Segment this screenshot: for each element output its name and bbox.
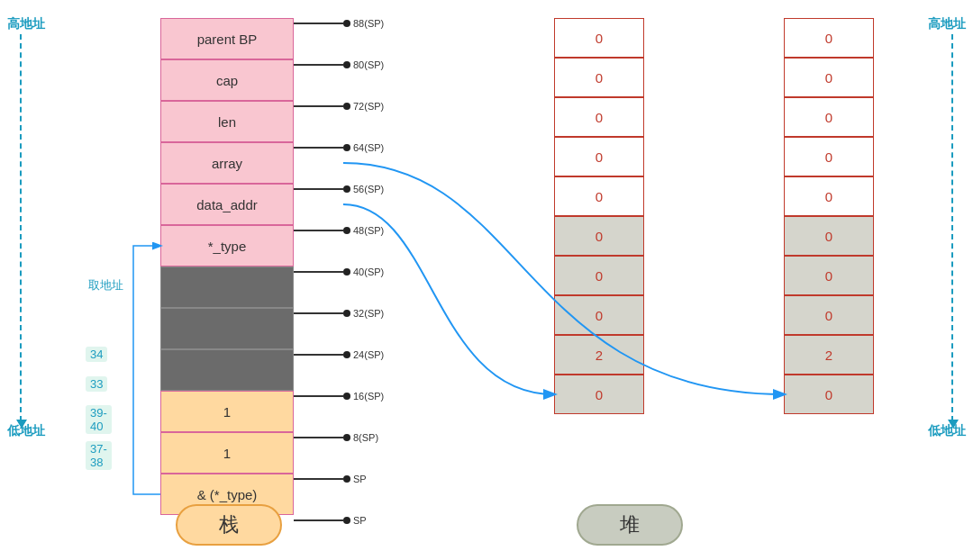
line-label-1: 33 (86, 376, 107, 392)
stack-cell-1: cap (160, 59, 294, 101)
heap-right-cell-0: 0 (784, 18, 874, 58)
stack-cell-5: *_type (160, 225, 294, 266)
heap-left-cell-5: 0 (554, 216, 644, 256)
heap-left-cell-6: 0 (554, 256, 644, 295)
heap-left-cell-8: 2 (554, 335, 644, 375)
stack-cell-6 (160, 266, 294, 308)
stack-cell-8 (160, 349, 294, 391)
heap-left-cell-3: 0 (554, 137, 644, 176)
heap-left-cell-2: 0 (554, 97, 644, 137)
heap-right-cell-3: 0 (784, 137, 874, 176)
sp-label-bottom: SP (294, 515, 367, 526)
stack-block: parent BPcaplenarraydata_addr*_type11& (… (160, 18, 294, 515)
sp-label-3: 64(SP) (294, 142, 384, 153)
heap-right-cell-7: 0 (784, 295, 874, 335)
heap-left-cell-7: 0 (554, 295, 644, 335)
heap-left-cell-0: 0 (554, 18, 644, 58)
heap-left-cell-4: 0 (554, 176, 644, 216)
sp-label-10: 8(SP) (294, 432, 378, 443)
qudizhii-label: 取地址 (88, 277, 123, 294)
heap-right-cell-5: 0 (784, 216, 874, 256)
stack-cell-2: len (160, 101, 294, 142)
dashed-arrow-left (20, 34, 22, 421)
stack-cell-9: 1 (160, 391, 294, 432)
sp-label-6: 40(SP) (294, 266, 384, 277)
sp-label-0: 88(SP) (294, 18, 384, 29)
sp-label-4: 56(SP) (294, 184, 384, 194)
addr-low-right: 低地址 (928, 423, 966, 439)
stack-cell-3: array (160, 142, 294, 184)
heap-right-cell-4: 0 (784, 176, 874, 216)
sp-label-1: 80(SP) (294, 59, 384, 70)
sp-label-8: 24(SP) (294, 349, 384, 360)
sp-label-7: 32(SP) (294, 308, 384, 319)
heap-left-cell-1: 0 (554, 58, 644, 97)
diagram: 高地址 低地址 高地址 低地址 parent BPcaplenarraydata… (0, 0, 973, 560)
sp-label-2: 72(SP) (294, 101, 384, 112)
stack-cell-4: data_addr (160, 184, 294, 225)
heap-left: 0000000020 (554, 18, 644, 414)
heap-left-cell-9: 0 (554, 375, 644, 414)
heap-right-cell-9: 0 (784, 375, 874, 414)
stack-cell-7 (160, 308, 294, 349)
sp-label-11: SP (294, 474, 367, 484)
zhan-label: 栈 (176, 504, 282, 546)
line-label-2: 39-40 (86, 405, 112, 434)
sp-label-9: 16(SP) (294, 391, 384, 402)
heap-right-cell-8: 2 (784, 335, 874, 375)
heap-right-cell-2: 0 (784, 97, 874, 137)
line-label-0: 34 (86, 347, 107, 362)
addr-high-left: 高地址 (7, 16, 45, 32)
dui-label: 堆 (577, 504, 683, 546)
stack-cell-10: 1 (160, 432, 294, 474)
addr-high-right: 高地址 (928, 16, 966, 32)
heap-right-cell-1: 0 (784, 58, 874, 97)
line-label-3: 37-38 (86, 441, 112, 470)
heap-right-cell-6: 0 (784, 256, 874, 295)
stack-cell-0: parent BP (160, 18, 294, 59)
dashed-arrow-right (951, 34, 953, 421)
sp-label-5: 48(SP) (294, 225, 384, 236)
heap-right: 0000000020 (784, 18, 874, 414)
